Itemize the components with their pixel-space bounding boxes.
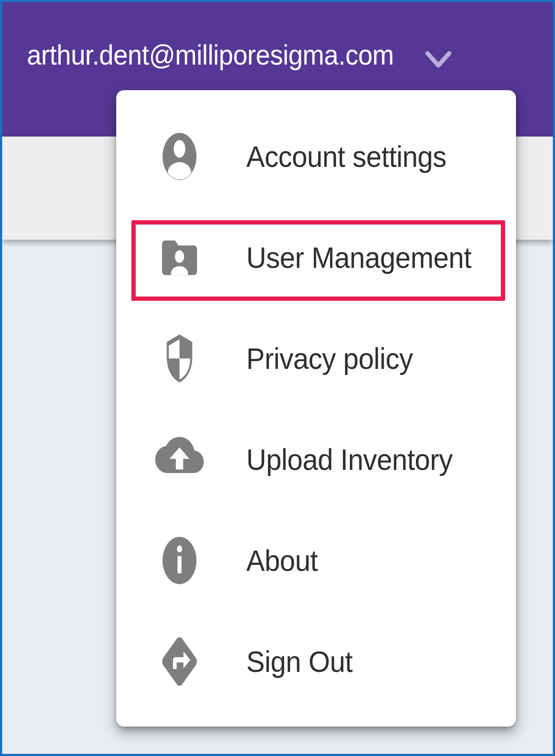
menu-item-user-management[interactable]: User Management <box>116 207 516 308</box>
menu-item-label: Upload Inventory <box>246 442 453 476</box>
menu-item-label: Account settings <box>246 139 447 173</box>
account-menu-trigger[interactable]: arthur.dent@milliporesigma.com <box>27 29 452 81</box>
info-icon <box>155 528 204 593</box>
menu-item-account-settings[interactable]: Account settings <box>116 106 516 207</box>
screenshot-frame: arthur.dent@milliporesigma.com Account s… <box>0 0 555 756</box>
menu-item-label: Sign Out <box>246 644 353 678</box>
account-circle-icon <box>155 124 204 189</box>
menu-item-privacy-policy[interactable]: Privacy policy <box>116 308 516 409</box>
folder-shared-icon <box>155 225 204 290</box>
cloud-upload-icon <box>155 427 204 492</box>
directions-sign-out-icon <box>155 629 204 694</box>
menu-item-upload-inventory[interactable]: Upload Inventory <box>116 409 516 510</box>
menu-item-label: User Management <box>246 240 471 274</box>
chevron-down-icon[interactable] <box>425 50 452 69</box>
shield-icon <box>155 326 204 391</box>
menu-item-sign-out[interactable]: Sign Out <box>116 611 516 712</box>
account-email[interactable]: arthur.dent@milliporesigma.com <box>27 39 394 71</box>
menu-item-label: Privacy policy <box>246 341 413 375</box>
account-dropdown-menu: Account settings User Management <box>116 90 516 727</box>
menu-item-label: About <box>246 543 318 577</box>
menu-item-about[interactable]: About <box>116 510 516 611</box>
